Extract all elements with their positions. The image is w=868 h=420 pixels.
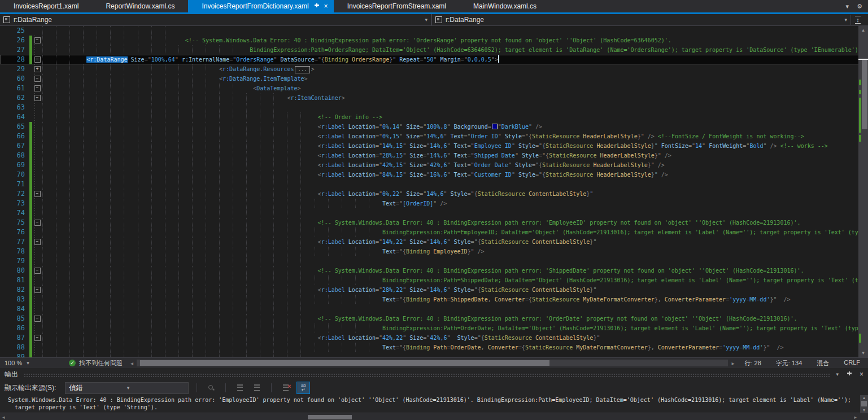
scrollbar-thumb[interactable] xyxy=(140,360,549,366)
fold-margin[interactable]: − xyxy=(32,314,42,323)
fold-margin[interactable]: − xyxy=(32,74,42,84)
editor-vertical-scrollbar[interactable]: ▴ ▾ xyxy=(858,26,868,357)
code-line[interactable]: 64 <!-- Order info --> xyxy=(0,112,868,122)
collapse-icon[interactable]: − xyxy=(34,37,41,43)
collapse-icon[interactable]: − xyxy=(34,191,41,197)
collapse-icon[interactable]: − xyxy=(34,287,41,293)
breadcrumb-left[interactable]: r:DataRange ▾ xyxy=(0,14,432,25)
expand-icon[interactable]: + xyxy=(34,66,41,72)
code-line[interactable]: 71 xyxy=(0,180,868,189)
code-line[interactable]: 82− <r:Label Location="28%,22" Size="14%… xyxy=(0,285,868,295)
scroll-left-icon[interactable]: ◂ xyxy=(128,360,136,366)
code-line[interactable]: 74 xyxy=(0,208,868,218)
scroll-right-icon[interactable]: ▸ xyxy=(729,360,736,366)
code-line[interactable]: 70 <r:Label Location="84%,15" Size="16%,… xyxy=(0,170,868,180)
fold-margin[interactable]: − xyxy=(32,84,42,93)
output-vertical-scrollbar[interactable]: ▴ ▾ xyxy=(860,395,868,413)
fold-margin[interactable]: − xyxy=(32,36,42,45)
code-line[interactable]: 85− <!-- System.Windows.Data Error: 40 :… xyxy=(0,314,868,323)
code-line[interactable]: 75− <!-- System.Windows.Data Error: 40 :… xyxy=(0,218,868,228)
scroll-left-icon[interactable]: ◂ xyxy=(0,414,7,420)
scroll-up-icon[interactable]: ▴ xyxy=(860,395,868,401)
code-editor[interactable]: 2526− <!-- System.Windows.Data Error: 40… xyxy=(0,26,868,357)
collapse-icon[interactable]: − xyxy=(34,85,41,91)
close-icon[interactable]: × xyxy=(324,3,328,10)
code-line[interactable]: 61− <DataTemplate> xyxy=(0,84,868,93)
clear-all-button[interactable]: × xyxy=(280,382,292,393)
document-health-indicator[interactable]: ✓ 找不到任何問題 xyxy=(63,359,128,368)
output-log[interactable]: System.Windows.Data Error: 40 : BindingE… xyxy=(0,395,868,413)
collapse-icon[interactable]: − xyxy=(34,268,41,274)
code-line[interactable]: 27 BindingExpression:Path=OrdersRange; D… xyxy=(0,45,868,55)
collapse-icon[interactable]: − xyxy=(34,76,41,82)
collapse-icon[interactable]: − xyxy=(34,56,41,63)
code-line[interactable]: 26− <!-- System.Windows.Data Error: 40 :… xyxy=(0,36,868,45)
code-line[interactable]: 65 <r:Label Location="0%,14" Size="100%,… xyxy=(0,122,868,132)
code-line[interactable]: 79 xyxy=(0,256,868,266)
breadcrumb-right[interactable]: r:DataRange ▾ ↕ xyxy=(432,14,868,25)
fold-margin[interactable]: − xyxy=(32,266,42,275)
code-line[interactable]: 87− <r:Label Location="42%,22" Size="42%… xyxy=(0,333,868,343)
code-line[interactable]: 80− <!-- System.Windows.Data Error: 40 :… xyxy=(0,266,868,275)
fold-margin[interactable]: − xyxy=(32,55,42,64)
code-line[interactable]: 66 <r:Label Location="0%,15" Size="14%,6… xyxy=(0,132,868,141)
code-line[interactable]: 78Text="{Binding EmployeeID}" /> xyxy=(0,247,868,256)
code-line[interactable]: 29+<r:DataRange.Resources...> xyxy=(0,64,868,74)
scroll-up-icon[interactable]: ▴ xyxy=(858,26,868,34)
code-line[interactable]: 83Text="{Binding Path=ShippedDate, Conve… xyxy=(0,295,868,304)
code-line[interactable]: 86BindingExpression:Path=OrderDate; Data… xyxy=(0,323,868,333)
pin-icon[interactable] xyxy=(314,3,319,10)
collapse-icon[interactable]: − xyxy=(34,220,41,226)
fold-margin[interactable]: − xyxy=(32,237,42,247)
document-tab[interactable]: InvoicesReportFromDictionary.xaml× xyxy=(188,0,333,12)
scrollbar-thumb[interactable] xyxy=(862,59,867,129)
gear-icon[interactable]: ⚙ xyxy=(857,3,862,10)
split-view-button[interactable]: ↕ xyxy=(850,15,865,25)
previous-message-button[interactable] xyxy=(234,382,246,393)
window-menu-icon[interactable]: ▾ xyxy=(836,371,839,377)
collapse-icon[interactable]: − xyxy=(34,95,41,101)
code-line[interactable]: 69 <r:Label Location="42%,15" Size="42%,… xyxy=(0,160,868,170)
fold-margin[interactable]: − xyxy=(32,333,42,343)
code-line[interactable]: 89 xyxy=(0,352,868,357)
output-source-select[interactable]: 偵錯 ▾ xyxy=(65,382,189,394)
scrollbar-thumb[interactable] xyxy=(861,401,867,406)
scroll-right-icon[interactable]: ▸ xyxy=(852,414,859,420)
fold-margin[interactable]: + xyxy=(32,64,42,74)
word-wrap-toggle[interactable]: ab↵ xyxy=(296,382,310,394)
code-line[interactable]: 68 <r:Label Location="28%,15" Size="14%,… xyxy=(0,151,868,160)
code-line[interactable]: 28− <r:DataRange Size="100%,64" r:Intern… xyxy=(0,55,868,64)
find-message-button[interactable] xyxy=(205,382,217,393)
code-line[interactable]: 62−<r:ItemContainer> xyxy=(0,93,868,103)
document-tab[interactable]: MainWindow.xaml.cs xyxy=(460,0,550,12)
editor-horizontal-scrollbar[interactable] xyxy=(137,360,728,366)
document-tab[interactable]: InvoicesReportFromStream.xaml xyxy=(334,0,460,12)
scroll-down-icon[interactable]: ▾ xyxy=(858,349,868,357)
collapse-icon[interactable]: − xyxy=(34,335,41,341)
code-line[interactable]: 76BindingExpression:Path=EmployeeID; Dat… xyxy=(0,228,868,237)
collapse-icon[interactable]: − xyxy=(34,316,41,322)
code-line[interactable]: 67 <r:Label Location="14%,15" Size="14%,… xyxy=(0,141,868,151)
document-tab[interactable]: InvoicesReport1.xaml xyxy=(0,0,92,12)
code-line[interactable]: 73Text="[OrderID]" /> xyxy=(0,199,868,208)
fold-margin[interactable]: − xyxy=(32,218,42,228)
code-line[interactable]: 84 xyxy=(0,304,868,314)
code-line[interactable]: 88Text="{Binding Path=OrderDate, Convert… xyxy=(0,343,868,352)
pin-icon[interactable] xyxy=(847,371,852,378)
tab-list-dropdown-icon[interactable]: ▾ xyxy=(846,3,849,10)
collapsed-region-box[interactable]: ... xyxy=(295,66,309,73)
fold-margin[interactable]: − xyxy=(32,285,42,295)
chevron-down-icon[interactable]: ▾ xyxy=(844,17,847,23)
code-line[interactable]: 60−<r:DataRange.ItemTemplate> xyxy=(0,74,868,84)
code-line[interactable]: 77− <r:Label Location="14%,22" Size="14%… xyxy=(0,237,868,247)
output-header[interactable]: 輸出 ▾ × xyxy=(0,368,868,380)
fold-margin[interactable]: − xyxy=(32,189,42,199)
collapse-icon[interactable]: − xyxy=(34,239,41,245)
output-horizontal-scrollbar[interactable]: ◂ ▸ xyxy=(0,413,868,420)
fold-margin[interactable]: − xyxy=(32,93,42,103)
scrollbar-thumb[interactable] xyxy=(308,415,352,419)
code-line[interactable]: 25 xyxy=(0,26,868,36)
chevron-down-icon[interactable]: ▾ xyxy=(425,17,428,23)
document-tab[interactable]: ReportWindow.xaml.cs xyxy=(92,0,188,12)
zoom-control[interactable]: 100 % ▾ xyxy=(0,360,63,366)
